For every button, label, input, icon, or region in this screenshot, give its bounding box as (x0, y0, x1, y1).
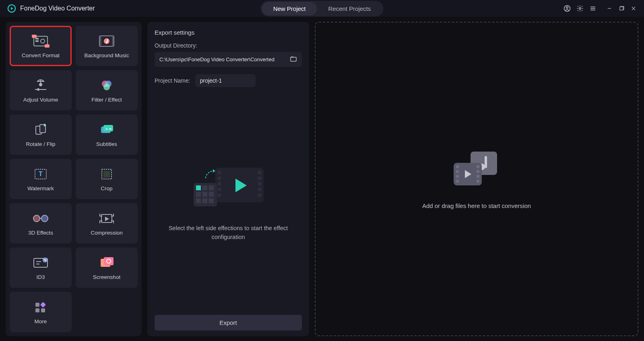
gear-icon[interactable] (576, 5, 584, 12)
drop-zone-icon (450, 149, 503, 189)
svg-rect-54 (258, 193, 261, 197)
tile-label: Crop (101, 185, 112, 191)
tile-rotate-flip[interactable]: Rotate / Flip (10, 114, 72, 155)
svg-rect-40 (40, 301, 46, 307)
tile-filter-effect[interactable]: Filter / Effect (76, 70, 138, 110)
output-dir-field[interactable]: C:\Users\pc\FoneDog Video Converter\Conv… (155, 52, 302, 67)
svg-rect-71 (456, 180, 459, 183)
tab-recent-projects[interactable]: Recent Projects (317, 2, 382, 15)
svg-rect-68 (456, 165, 459, 168)
svg-rect-73 (477, 170, 479, 173)
svg-rect-9 (32, 35, 37, 38)
svg-rect-56 (196, 185, 201, 190)
effect-placeholder-icon (188, 160, 268, 213)
tile-subtitles[interactable]: Subtitles (76, 114, 138, 155)
tab-new-project[interactable]: New Project (262, 2, 317, 15)
tile-label: Subtitles (96, 141, 117, 147)
svg-rect-4 (620, 7, 623, 10)
close-icon[interactable] (630, 5, 637, 12)
tile-label: More (35, 318, 47, 324)
minimize-icon[interactable] (606, 5, 613, 12)
tile-adjust-volume[interactable]: Adjust Volume (10, 70, 72, 110)
svg-point-16 (39, 83, 42, 86)
background-music-icon (98, 34, 116, 48)
svg-rect-49 (218, 193, 221, 197)
tile-label: Watermark (27, 185, 54, 191)
svg-rect-24 (103, 125, 113, 131)
svg-rect-51 (258, 177, 261, 180)
svg-rect-46 (218, 177, 221, 180)
svg-rect-37 (104, 257, 114, 265)
tile-id3[interactable]: ID3 (10, 247, 72, 288)
tile-label: Rotate / Flip (26, 141, 56, 147)
svg-rect-59 (196, 192, 201, 197)
svg-rect-42 (41, 308, 45, 312)
svg-rect-64 (209, 198, 214, 203)
menu-icon[interactable] (589, 5, 597, 12)
watermark-icon: T (33, 167, 48, 181)
svg-rect-7 (35, 40, 39, 42)
more-icon (34, 300, 47, 314)
svg-rect-70 (456, 175, 459, 178)
svg-rect-61 (209, 192, 214, 197)
export-settings-panel: Export settings Output Directory: C:\Use… (147, 22, 309, 336)
output-dir-label: Output Directory: (155, 42, 302, 49)
tile-label: 3D Effects (28, 230, 53, 236)
svg-rect-58 (209, 185, 214, 190)
tile-label: Screenshot (93, 274, 120, 280)
rotate-flip-icon (33, 123, 49, 137)
id3-icon (32, 256, 49, 270)
svg-point-15 (106, 42, 107, 43)
tile-watermark[interactable]: T Watermark (10, 159, 72, 199)
tile-label: Filter / Effect (91, 97, 122, 103)
svg-rect-6 (35, 38, 39, 40)
filter-effect-icon (99, 78, 114, 93)
project-name-input[interactable] (195, 74, 256, 87)
tile-background-music[interactable]: Background Music (76, 26, 138, 66)
export-button[interactable]: Export (155, 315, 302, 331)
adjust-volume-icon (33, 78, 49, 93)
user-icon[interactable] (564, 5, 571, 12)
tile-label: ID3 (36, 274, 45, 280)
file-drop-zone[interactable]: Add or drag files here to start conversi… (315, 22, 638, 336)
app-title: FoneDog Video Converter (20, 5, 95, 12)
tile-screenshot[interactable]: Screenshot (76, 247, 138, 288)
output-dir-value: C:\Users\pc\FoneDog Video Converter\Conv… (159, 56, 275, 62)
svg-rect-52 (258, 182, 261, 185)
svg-rect-28 (103, 171, 110, 177)
tile-convert-format[interactable]: Convert Format (10, 26, 72, 66)
compression-icon (98, 211, 115, 226)
svg-point-20 (103, 84, 110, 90)
tile-3d-effects[interactable]: 3D Effects (10, 203, 72, 243)
tile-crop[interactable]: Crop (76, 159, 138, 199)
tile-label: Compression (91, 230, 123, 236)
svg-rect-48 (218, 188, 221, 191)
svg-rect-57 (202, 185, 207, 190)
project-name-label: Project Name: (155, 77, 190, 84)
export-settings-title: Export settings (155, 29, 302, 36)
svg-rect-63 (202, 198, 207, 203)
center-hint-text: Select the left side effections to start… (159, 224, 298, 242)
svg-rect-72 (477, 165, 479, 168)
browse-folder-icon[interactable] (290, 56, 297, 63)
crop-icon (99, 167, 114, 181)
tile-label: Background Music (84, 52, 129, 58)
svg-point-8 (41, 39, 45, 43)
convert-format-icon (31, 34, 51, 48)
tile-more[interactable]: More (10, 292, 72, 332)
svg-rect-62 (196, 198, 201, 203)
svg-rect-60 (202, 192, 207, 197)
tile-label: Convert Format (22, 52, 60, 58)
screenshot-icon (99, 256, 114, 270)
subtitles-icon (99, 123, 115, 137)
svg-rect-10 (45, 44, 50, 48)
maximize-icon[interactable] (618, 5, 625, 12)
app-logo-icon (7, 4, 16, 13)
svg-rect-12 (100, 37, 101, 46)
svg-rect-69 (456, 170, 459, 173)
titlebar: FoneDog Video Converter New Project Rece… (0, 0, 644, 17)
svg-rect-45 (218, 171, 221, 174)
tile-compression[interactable]: Compression (76, 203, 138, 243)
svg-rect-43 (291, 57, 296, 61)
project-tabs: New Project Recent Projects (261, 1, 384, 17)
